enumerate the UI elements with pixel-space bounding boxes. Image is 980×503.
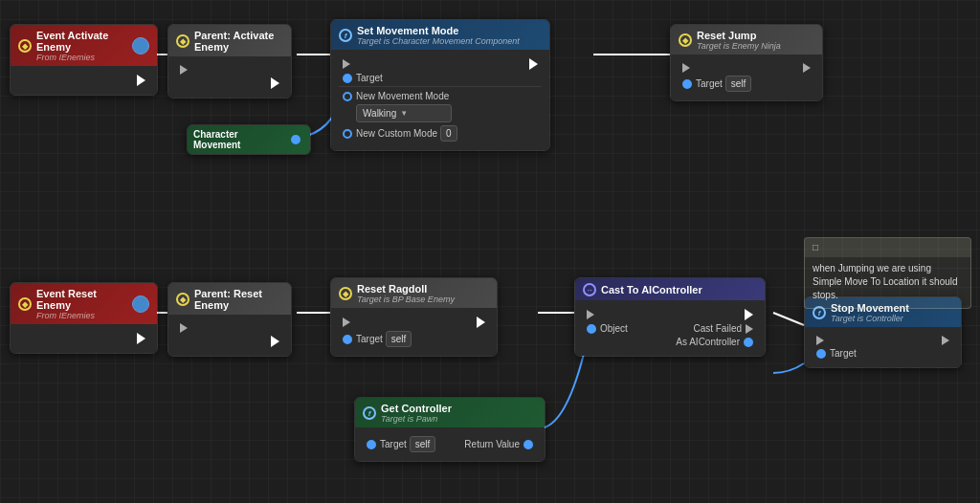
target-value: self [725,76,752,92]
exec-out [477,317,485,328]
event-reset-enemy: ◆ Event Reset Enemy From IEnemies [10,282,158,354]
cast-icon: ↔ [583,283,596,296]
failed-label: Cast Failed [693,323,742,334]
event-activate-subtitle: From IEnemies [36,53,127,62]
target-pin [816,349,826,359]
exec-out [745,309,753,320]
reset-jump-subtitle: Target is Enemy Ninja [697,41,781,51]
exec-in [682,63,690,73]
comment-box: □ when Jumping we are using Simple Move … [804,237,971,309]
object-pin [587,324,596,334]
as-label: As AIController [676,337,740,347]
cast-title: Cast To AIController [601,284,702,295]
parent-reset-icon: ◆ [176,293,189,306]
exec-in-pin [180,65,188,75]
reset-jump-title: Reset Jump [697,30,756,41]
event-reset-subtitle: From IEnemies [36,311,127,320]
reset-ragdoll-title: Reset Ragdoll [357,283,427,295]
target-label: Target [830,348,857,359]
target-pin [367,440,376,449]
exec-out [271,336,279,347]
get-controller-subtitle: Target is Pawn [381,414,452,424]
return-pin [523,440,533,449]
char-movement-title: Character Movement [193,129,286,150]
event-reset-title: Event Reset Enemy [36,288,97,311]
stop-movement-subtitle: Target is Controller [831,314,909,323]
reset-ragdoll-subtitle: Target is BP Base Enemy [357,295,455,304]
target-value: self [410,436,436,452]
event-activate-title: Event Activate Enemy [36,30,108,53]
movement-mode-dropdown[interactable]: Walking ▼ [356,104,452,122]
custom-label: New Custom Mode [356,128,437,139]
exec-out-pin [137,75,145,86]
as-pin [744,338,753,347]
set-movement-subtitle: Target is Character Movement Component [357,36,520,46]
exec-out-pin [271,77,279,89]
parent-activate-enemy: ◆ Parent: Activate Enemy [167,24,292,98]
failed-pin [746,324,753,334]
reset-ragdoll-node: ◆ Reset Ragdoll Target is BP Base Enemy … [330,277,498,357]
custom-mode-pin [343,129,352,139]
object-label: Object [600,323,628,334]
parent-activate-icon: ◆ [176,34,189,48]
dropdown-value: Walking [363,108,396,119]
event-icon: ◆ [18,39,32,53]
mode-pin [343,92,352,101]
target-pin [682,79,692,89]
reset-ragdoll-icon: ◆ [339,287,352,300]
target-value: self [386,331,412,347]
target-pin [343,74,352,83]
exec-out [942,336,949,345]
parent-reset-enemy: ◆ Parent: Reset Enemy [167,282,292,357]
set-movement-title: Set Movement Mode [357,25,458,36]
get-controller-title: Get Controller [381,403,452,414]
get-controller-node: f Get Controller Target is Pawn Target s… [354,397,546,462]
set-movement-mode-node: f Set Movement Mode Target is Character … [330,19,550,151]
exec-out [803,63,811,73]
target-label: Target [356,73,383,83]
target-label: Target [356,334,383,344]
character-movement-node: Character Movement [187,124,311,155]
reset-jump-icon: ◆ [679,33,692,47]
char-movement-pin [291,135,301,144]
event-reset-icon: ◆ [18,297,32,311]
exec-in [343,317,350,327]
dropdown-arrow-icon: ▼ [400,109,408,118]
comment-resize: □ [805,238,970,257]
mode-label: New Movement Mode [356,91,449,101]
comment-text: when Jumping we are using Simple Move To… [813,263,958,300]
parent-activate-title: Parent: Activate Enemy [194,30,274,53]
parent-reset-title: Parent: Reset Enemy [194,288,262,311]
cast-to-aicontroller-node: ↔ Cast To AIController Object Cast Faile… [574,277,766,357]
avatar-reset [132,295,149,313]
get-ctrl-icon: f [363,406,376,420]
exec-out [137,333,145,344]
exec-in [816,336,824,345]
return-label: Return Value [464,439,520,449]
avatar [132,37,149,55]
exec-in [180,323,188,333]
target-label: Target [380,439,407,449]
event-activate-enemy: ◆ Event Activate Enemy From IEnemies [10,24,158,96]
target-pin [343,335,352,344]
exec-in [343,59,350,69]
target-label: Target [696,78,723,89]
exec-out [529,58,538,70]
reset-jump-node: ◆ Reset Jump Target is Enemy Ninja Targe… [670,24,823,101]
exec-in [587,310,594,319]
custom-value: 0 [440,125,457,142]
func-icon: f [339,29,352,42]
